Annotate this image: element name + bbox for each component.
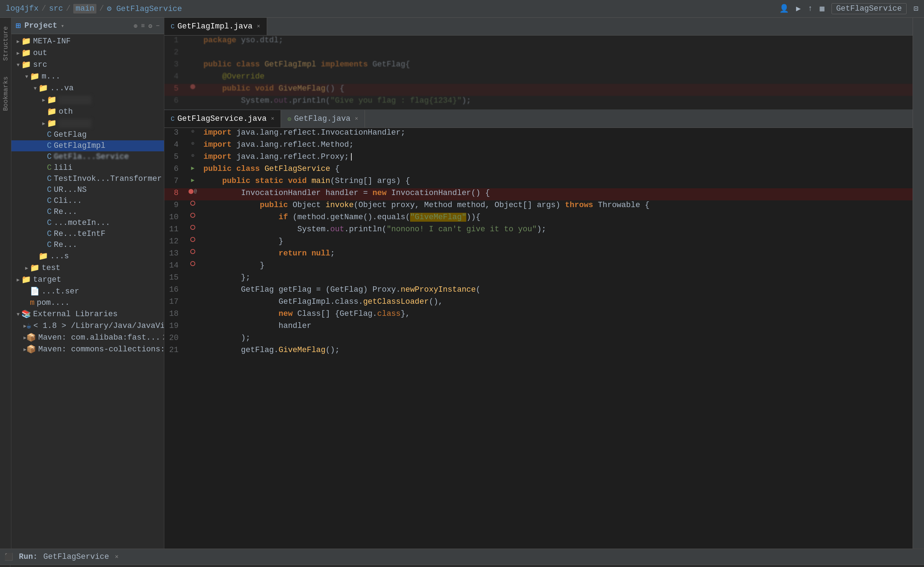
tab-getflagservice-icon: C — [171, 116, 175, 123]
linenum-b19: 19 — [164, 321, 186, 330]
bp-outline-b14[interactable] — [190, 261, 195, 266]
tree-item-motein[interactable]: C ...moteIn... — [11, 218, 164, 228]
bp-outline-b13[interactable] — [190, 249, 195, 254]
tree-item-reteintf[interactable]: C Re...teIntF — [11, 228, 164, 240]
label-tser: ...t.ser — [42, 287, 79, 296]
tree-item-test[interactable]: ▶ 📁 test — [11, 262, 164, 274]
tree-item-getflag[interactable]: C GetFlag — [11, 129, 164, 140]
breakpoint-b8[interactable] — [188, 189, 194, 194]
tree-item-maven1[interactable]: ▶ 📦 Maven: com.alibaba:fast... 2.24 — [11, 332, 164, 344]
label-oth: oth — [59, 107, 73, 116]
bp-outline-b12[interactable] — [190, 237, 195, 242]
tree-item-testinvok[interactable]: C TestInvok...Transformer — [11, 173, 164, 184]
tree-item-out[interactable]: ▶ 📁 out — [11, 47, 164, 59]
project-dropdown[interactable]: ▾ — [61, 22, 65, 30]
class-icon-motein: C — [47, 219, 51, 227]
tab-getflagservice-label: GetFlagService.java — [178, 114, 267, 123]
code-line-b6: 6 ▶ public class GetFlagService { — [164, 164, 913, 176]
linenum-1: 1 — [164, 36, 186, 45]
bp-outline-b10[interactable] — [190, 213, 195, 218]
bookmarks-label[interactable]: Bookmarks — [2, 76, 9, 111]
gutter-5 — [186, 84, 200, 89]
tabs-bar-bottom: C GetFlagService.java × ⊙ GetFlag.java × — [164, 110, 913, 128]
collapse-icon[interactable]: ≡ — [141, 22, 145, 30]
layout-icon[interactable]: ▦ — [820, 4, 825, 14]
code-editor-top: 1 package yso.dtdl; 2 3 public class Get… — [164, 36, 913, 110]
tab-getflagservice-close[interactable]: × — [271, 116, 275, 122]
expand-icon[interactable]: ⊡ — [914, 4, 918, 14]
bp-outline-b9[interactable] — [190, 201, 195, 206]
tab-getflagservice[interactable]: C GetFlagService.java × — [164, 110, 281, 128]
breadcrumb-log4jfx[interactable]: log4jfx — [6, 4, 38, 13]
settings-icon[interactable]: ⚙ — [148, 22, 152, 30]
code-line-b4: 4 ⊙ import java.lang.reflect.Method; — [164, 140, 913, 152]
code-content-b11: System.out.println("nonono! I can't give… — [200, 225, 913, 234]
tree-item-cli[interactable]: C Cli... — [11, 195, 164, 206]
project-name-label[interactable]: GetFlagService — [832, 3, 907, 14]
tree-item-re2[interactable]: C Re... — [11, 240, 164, 250]
tree-item-meta-inf[interactable]: ▶ 📁 META-INF — [11, 36, 164, 47]
gutter-b8: @ — [186, 189, 200, 194]
class-icon-getflagimpl: C — [47, 141, 51, 150]
tree-item-target[interactable]: ▶ 📁 target — [11, 274, 164, 286]
label-getflag: GetFlag — [54, 130, 86, 139]
tree-item-pom[interactable]: m pom.... — [11, 297, 164, 308]
tree-item-re1[interactable]: C Re... — [11, 206, 164, 218]
code-line-b5: 5 ⊙ import java.lang.reflect.Proxy;| — [164, 152, 913, 164]
linenum-b8: 8 — [164, 189, 186, 198]
run-icon-top[interactable]: ▶ — [796, 4, 801, 14]
gutter-b5: ⊙ — [186, 152, 200, 159]
user-icon[interactable]: 👤 — [779, 4, 789, 14]
code-content-b21: getFlag.GiveMeFlag(); — [200, 346, 913, 354]
gutter-b7: ▶ — [186, 177, 200, 184]
bp-outline-b11[interactable] — [190, 225, 195, 230]
tree-item-java[interactable]: ▼ 📁 ...va — [11, 82, 164, 94]
run-panel-close[interactable]: × — [115, 554, 119, 561]
breadcrumb-main[interactable]: main — [73, 4, 96, 14]
tree-item-sub1[interactable]: ▶ 📁 blurred — [11, 94, 164, 106]
tab-getflagimpl[interactable]: C GetFlagImpl.java × — [164, 18, 267, 35]
label-sub1: blurred — [59, 96, 92, 105]
code-content-6: System.out.println("Give you flag : flag… — [200, 96, 913, 105]
structure-label[interactable]: Structure — [2, 26, 9, 61]
tree-item-main[interactable]: ▼ 📁 m... — [11, 71, 164, 82]
tree-item-s[interactable]: 📁 ...s — [11, 250, 164, 262]
minimize-icon[interactable]: − — [156, 22, 160, 30]
gutter-b11 — [186, 225, 200, 230]
tree-item-src[interactable]: ▼ 📁 src — [11, 59, 164, 71]
tree-item-getflagservice[interactable]: C GetFla...Service — [11, 152, 164, 162]
tree-item-lili[interactable]: C lili — [11, 162, 164, 173]
code-area: C GetFlagImpl.java × 1 package yso.dtdl;… — [164, 18, 913, 549]
tree-item-extlibs[interactable]: ▼ 📚 External Libraries — [11, 308, 164, 320]
tab-getflag-close[interactable]: × — [355, 116, 358, 122]
tree-item-maven2[interactable]: ▶ 📦 Maven: commons-collections:common... — [11, 344, 164, 355]
tab-getflagimpl-close[interactable]: × — [257, 24, 260, 30]
tab-getflag[interactable]: ⊙ GetFlag.java × — [281, 110, 365, 128]
arrow-test: ▶ — [24, 265, 30, 271]
vcs-icon[interactable]: ↑ — [808, 4, 812, 13]
label-extlibs: External Libraries — [33, 310, 118, 319]
tree-item-urns[interactable]: C UR...NS — [11, 184, 164, 195]
folder-icon-sub2: 📁 — [47, 118, 57, 128]
code-line-2: 2 — [164, 48, 913, 60]
label-main: m... — [42, 72, 60, 81]
top-bar: log4jfx / src / main / ⚙ GetFlagService … — [0, 0, 924, 18]
tree-item-sub2[interactable]: ▶ 📁 blurred — [11, 118, 164, 129]
code-line-b21: 21 getFlag.GiveMeFlag(); — [164, 345, 913, 357]
breadcrumb-src[interactable]: src — [49, 4, 63, 13]
code-content-b7: public static void main(String[] args) { — [200, 177, 913, 186]
tree-item-getflagimpl[interactable]: C GetFlagImpl — [11, 140, 164, 152]
run-toolbar: ▶ ▼ ↺ ⚙ — [0, 565, 10, 567]
class-icon-reteintf: C — [47, 230, 51, 238]
tree-item-jvm[interactable]: ▶ ☕ < 1.8 > /Library/Java/JavaVirtualM — [11, 320, 164, 332]
tree-item-tser[interactable]: 📄 ...t.ser — [11, 286, 164, 297]
gutter-b3: ⊙ — [186, 128, 200, 134]
locate-icon[interactable]: ⊕ — [134, 22, 138, 30]
code-line-b14: 14 } — [164, 261, 913, 273]
breakpoint-5[interactable] — [190, 84, 195, 89]
tree-item-oth[interactable]: 📁 oth — [11, 106, 164, 118]
panel-toolbar: ⊕ ≡ ⚙ − — [134, 22, 160, 30]
file-icon-tser: 📄 — [30, 287, 39, 296]
code-editor-bottom[interactable]: 3 ⊙ import java.lang.reflect.InvocationH… — [164, 128, 913, 549]
code-line-b17: 17 GetFlagImpl.class.getClassLoader(), — [164, 297, 913, 309]
